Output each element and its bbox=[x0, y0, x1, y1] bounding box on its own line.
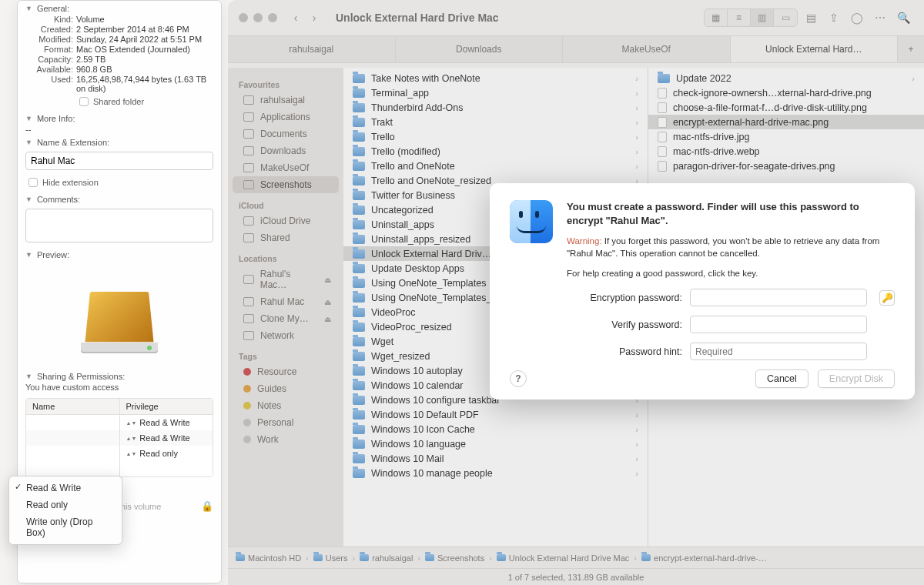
list-item[interactable]: Windows 10 Mail› bbox=[343, 451, 648, 466]
encrypt-disk-button[interactable]: Encrypt Disk bbox=[818, 369, 895, 388]
list-item[interactable]: Thunderbird Add-Ons› bbox=[343, 100, 648, 115]
perm-privilege-cell[interactable]: ▲▼ Read & Write bbox=[120, 430, 213, 446]
finder-tab[interactable]: Unlock External Hard… bbox=[731, 36, 899, 62]
section-preview-header[interactable]: ▼ Preview: bbox=[18, 247, 221, 261]
path-component[interactable]: Screenshots bbox=[425, 553, 484, 563]
sidebar-item[interactable]: Shared bbox=[233, 229, 339, 246]
password-assistant-key-icon[interactable]: 🔑 bbox=[879, 290, 895, 306]
action-menu-icon[interactable]: ⋯ bbox=[870, 9, 890, 26]
path-component[interactable]: encrypt-external-hard-drive-… bbox=[641, 553, 767, 563]
sidebar-item[interactable]: Work bbox=[233, 431, 339, 448]
sidebar-item[interactable]: rahulsaigal bbox=[233, 92, 339, 109]
disclosure-triangle-icon[interactable]: ▼ bbox=[25, 139, 32, 146]
section-comments-header[interactable]: ▼ Comments: bbox=[18, 192, 221, 206]
sidebar-item[interactable]: Guides bbox=[233, 380, 339, 397]
list-view-icon[interactable]: ≡ bbox=[728, 9, 751, 26]
gallery-view-icon[interactable]: ▭ bbox=[774, 9, 797, 26]
tags-icon[interactable]: ◯ bbox=[847, 9, 867, 26]
nav-forward-button[interactable]: › bbox=[306, 11, 322, 25]
sidebar-item[interactable]: Personal bbox=[233, 414, 339, 431]
perm-privilege-cell[interactable]: ▲▼ Read only bbox=[120, 446, 213, 461]
section-more-info-header[interactable]: ▼ More Info: bbox=[18, 111, 221, 125]
sidebar-item[interactable]: iCloud Drive bbox=[233, 212, 339, 229]
path-component[interactable]: Unlock External Hard Drive Mac bbox=[497, 553, 630, 563]
list-item[interactable]: Trello› bbox=[343, 129, 648, 144]
checkbox-icon[interactable] bbox=[28, 178, 38, 187]
permission-row[interactable]: ▲▼ Read only bbox=[26, 446, 213, 461]
sidebar-item[interactable]: MakeUseOf bbox=[233, 159, 339, 176]
eject-icon[interactable]: ⏏ bbox=[324, 298, 331, 306]
list-item[interactable]: Terminal_app› bbox=[343, 85, 648, 100]
list-item[interactable]: Windows 10 language› bbox=[343, 436, 648, 451]
nav-back-button[interactable]: ‹ bbox=[288, 11, 303, 25]
privilege-menu-item[interactable]: Write only (Drop Box) bbox=[9, 513, 122, 541]
search-icon[interactable]: 🔍 bbox=[893, 9, 913, 26]
share-icon[interactable]: ⇪ bbox=[824, 9, 844, 26]
verify-password-input[interactable] bbox=[690, 316, 867, 333]
list-item[interactable]: encrypt-external-hard-drive-mac.png bbox=[648, 115, 924, 129]
disclosure-triangle-icon[interactable]: ▼ bbox=[25, 115, 32, 122]
finder-tab[interactable]: rahulsaigal bbox=[228, 36, 396, 62]
new-tab-button[interactable]: + bbox=[898, 36, 924, 62]
list-item[interactable]: Windows 10 manage people› bbox=[343, 466, 648, 480]
finder-tab[interactable]: Downloads bbox=[396, 36, 564, 62]
list-item[interactable]: Trello (modified)› bbox=[343, 144, 648, 159]
disclosure-triangle-icon[interactable]: ▼ bbox=[25, 373, 32, 380]
cancel-button[interactable]: Cancel bbox=[755, 369, 808, 388]
list-item[interactable]: Windows 10 Icon Cache› bbox=[343, 422, 648, 436]
disclosure-triangle-icon[interactable]: ▼ bbox=[25, 5, 32, 12]
sidebar-item[interactable]: Screenshots bbox=[233, 176, 339, 193]
path-component[interactable]: rahulsaigal bbox=[360, 553, 413, 563]
name-extension-input[interactable] bbox=[25, 152, 213, 170]
privilege-menu-item[interactable]: Read only bbox=[9, 496, 122, 513]
view-mode-segment[interactable]: ▦ ≡ ▥ ▭ bbox=[704, 8, 798, 27]
sidebar-item[interactable]: Documents bbox=[233, 125, 339, 142]
permission-row[interactable]: ▲▼ Read & Write bbox=[26, 430, 213, 446]
finder-tab[interactable]: MakeUseOf bbox=[563, 36, 731, 62]
window-traffic-lights[interactable] bbox=[239, 13, 277, 22]
sidebar-item[interactable]: Resource bbox=[233, 363, 339, 380]
hide-extension-checkbox-row[interactable]: Hide extension bbox=[18, 175, 221, 192]
sidebar-item[interactable]: Clone My…⏏ bbox=[233, 310, 339, 327]
password-hint-input[interactable] bbox=[690, 343, 867, 360]
list-item[interactable]: paragon-driver-for-seagate-drives.png bbox=[648, 159, 924, 173]
list-item[interactable]: mac-ntfs-drive.webp bbox=[648, 144, 924, 159]
sidebar-item[interactable]: Rahul's Mac…⏏ bbox=[233, 266, 339, 293]
list-item[interactable]: check-ignore-ownersh…xternal-hard-drive.… bbox=[648, 85, 924, 100]
checkbox-icon[interactable] bbox=[79, 97, 89, 106]
sidebar-item[interactable]: Applications bbox=[233, 109, 339, 125]
perm-privilege-cell[interactable]: ▲▼ Read & Write bbox=[120, 415, 213, 430]
file-icon bbox=[658, 117, 667, 128]
eject-icon[interactable]: ⏏ bbox=[324, 315, 331, 323]
list-item[interactable]: mac-ntfs-drive.jpg bbox=[648, 129, 924, 144]
icon-view-icon[interactable]: ▦ bbox=[705, 9, 728, 26]
list-item[interactable]: Take Notes with OneNote› bbox=[343, 71, 648, 85]
lock-icon[interactable]: 🔒 bbox=[201, 500, 213, 512]
list-item[interactable]: Windows 10 Default PDF› bbox=[343, 407, 648, 422]
group-by-icon[interactable]: ▤ bbox=[801, 9, 821, 26]
list-item[interactable]: choose-a-file-format-f…d-drive-disk-util… bbox=[648, 100, 924, 115]
finder-path-bar[interactable]: Macintosh HD›Users›rahulsaigal›Screensho… bbox=[228, 547, 924, 568]
shared-folder-checkbox-row[interactable]: Shared folder bbox=[18, 94, 221, 111]
column-view-icon[interactable]: ▥ bbox=[751, 9, 774, 26]
section-name-ext-header[interactable]: ▼ Name & Extension: bbox=[18, 135, 221, 149]
privilege-menu-item[interactable]: Read & Write bbox=[9, 480, 122, 496]
sidebar-item[interactable]: Downloads bbox=[233, 142, 339, 159]
section-general-header[interactable]: ▼ General: bbox=[18, 1, 221, 15]
section-permissions-header[interactable]: ▼ Sharing & Permissions: bbox=[18, 369, 221, 383]
permission-row[interactable]: ▲▼ Read & Write bbox=[26, 415, 213, 430]
sidebar-item[interactable]: Rahul Mac⏏ bbox=[233, 293, 339, 310]
eject-icon[interactable]: ⏏ bbox=[324, 276, 331, 284]
sidebar-item[interactable]: Notes bbox=[233, 397, 339, 414]
list-item[interactable]: Trakt› bbox=[343, 115, 648, 129]
comments-textarea[interactable] bbox=[25, 209, 213, 242]
encryption-password-input[interactable] bbox=[690, 289, 867, 306]
list-item[interactable]: Update 2022› bbox=[648, 71, 924, 85]
path-component[interactable]: Macintosh HD bbox=[236, 553, 301, 563]
sidebar-item[interactable]: Network bbox=[233, 327, 339, 344]
disclosure-triangle-icon[interactable]: ▼ bbox=[25, 251, 32, 259]
list-item[interactable]: Trello and OneNote› bbox=[343, 159, 648, 173]
help-button[interactable]: ? bbox=[510, 370, 527, 387]
disclosure-triangle-icon[interactable]: ▼ bbox=[25, 196, 32, 203]
path-component[interactable]: Users bbox=[313, 553, 348, 563]
